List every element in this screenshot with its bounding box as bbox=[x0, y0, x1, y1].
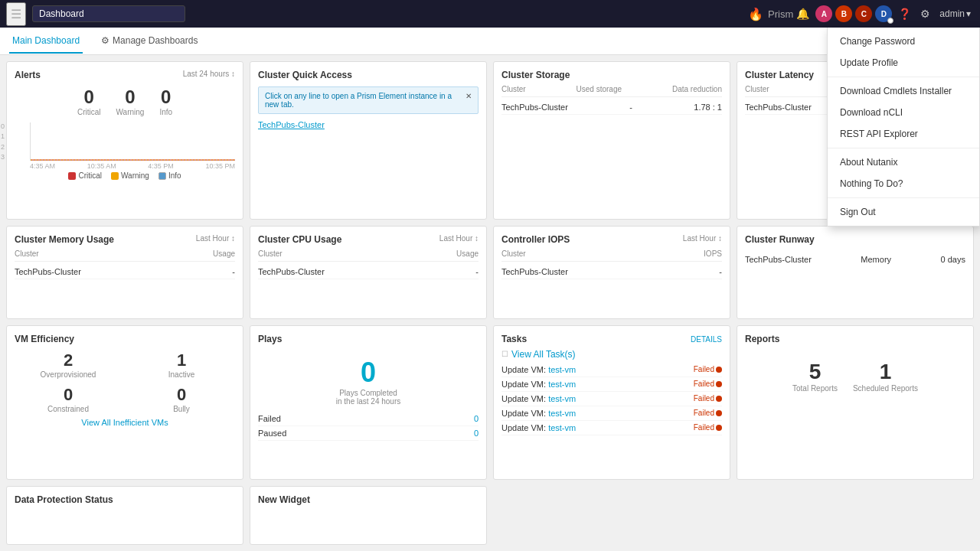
close-icon[interactable]: ✕ bbox=[466, 92, 472, 100]
bell-icon-btn[interactable]: 🔔 bbox=[793, 6, 812, 21]
iops-subtitle: Last Hour ↕ bbox=[683, 234, 722, 243]
task-failed-2: Failed bbox=[694, 380, 722, 388]
task-failed-5: Failed bbox=[694, 423, 722, 432]
task-vm-link-3[interactable]: test-vm bbox=[548, 394, 576, 403]
cluster-cpu-widget: Cluster CPU Usage Last Hour ↕ Cluster Us… bbox=[250, 226, 487, 319]
iops-col-header: Cluster IOPS bbox=[501, 249, 722, 262]
admin-menu-btn[interactable]: admin ▾ bbox=[936, 7, 974, 21]
legend-critical: Critical bbox=[68, 171, 102, 180]
tab-main-dashboard[interactable]: Main Dashboard bbox=[9, 29, 83, 54]
alert-chart-area bbox=[30, 122, 235, 161]
data-protection-widget: Data Protection Status bbox=[6, 486, 243, 545]
view-all-inefficient-vms-link[interactable]: View All Inefficient VMs bbox=[15, 418, 235, 427]
storage-col-header: Cluster Used storage Data reduction bbox=[501, 85, 722, 97]
top-navigation: ☰ 🔥 Prism 🔔 A B C D ❓ ⚙ admin ▾ bbox=[0, 0, 980, 28]
inactive-stat: 1 Inactive bbox=[128, 350, 235, 379]
memory-col-header: Cluster Usage bbox=[15, 249, 235, 262]
cluster-storage-widget: Cluster Storage Cluster Used storage Dat… bbox=[493, 61, 730, 220]
task-vm-link-2[interactable]: test-vm bbox=[548, 380, 576, 389]
iops-row: TechPubs-Cluster - bbox=[501, 265, 722, 279]
prism-label: Prism bbox=[768, 8, 793, 20]
plays-failed-row: Failed 0 bbox=[258, 412, 479, 426]
cpu-col-header: Cluster Usage bbox=[258, 249, 479, 262]
plays-failed-count[interactable]: 0 bbox=[474, 414, 479, 423]
rest-api-explorer-item[interactable]: REST API Explorer bbox=[828, 123, 979, 145]
cluster-runway-widget: Cluster Runway TechPubs-Cluster Memory 0… bbox=[737, 226, 974, 319]
task-row-3: Update VM: test-vm Failed bbox=[501, 392, 722, 406]
user-avatar-4[interactable]: D bbox=[875, 5, 892, 22]
alert-chart: 3210 4:35 AM10:35 AM4:35 PM10:35 PM bbox=[15, 122, 235, 168]
sign-out-item[interactable]: Sign Out bbox=[828, 201, 979, 223]
download-cmdlets-item[interactable]: Download Cmdlets Installer bbox=[828, 80, 979, 102]
task-vm-link-5[interactable]: test-vm bbox=[548, 423, 576, 432]
storage-row: TechPubs-Cluster - 1.78 : 1 bbox=[501, 100, 722, 115]
total-reports-stat: 5 Total Reports bbox=[792, 360, 838, 393]
cpu-subtitle: Last Hour ↕ bbox=[439, 234, 479, 243]
legend-info: Info bbox=[158, 171, 181, 180]
checkbox-icon: ☐ bbox=[501, 350, 508, 358]
admin-dropdown-menu: Change Password Update Profile Download … bbox=[827, 28, 980, 227]
dropdown-section-4: Sign Out bbox=[828, 198, 979, 226]
alert-legend: Critical Warning Info bbox=[15, 171, 235, 180]
task-failed-4: Failed bbox=[694, 409, 722, 417]
chart-labels: 4:35 AM10:35 AM4:35 PM10:35 PM bbox=[30, 162, 235, 170]
manage-dashboards-label: Manage Dashboards bbox=[113, 35, 198, 46]
task-vm-link-1[interactable]: test-vm bbox=[548, 365, 576, 374]
user-avatar-3[interactable]: C bbox=[855, 5, 872, 22]
cluster-latency-title: Cluster Latency bbox=[745, 70, 814, 80]
task-row-1: Update VM: test-vm Failed bbox=[501, 363, 722, 377]
quick-access-title: Cluster Quick Access bbox=[258, 70, 352, 80]
critical-count: 0 Critical bbox=[77, 86, 101, 116]
quick-access-widget: Cluster Quick Access Click on any line t… bbox=[250, 61, 487, 220]
chart-yaxis: 3210 bbox=[1, 122, 5, 161]
memory-row: TechPubs-Cluster - bbox=[15, 265, 235, 279]
task-failed-3: Failed bbox=[694, 394, 722, 403]
controller-iops-widget: Controller IOPS Last Hour ↕ Cluster IOPS… bbox=[493, 226, 730, 319]
quick-access-cluster-link[interactable]: TechPubs-Cluster bbox=[258, 119, 479, 131]
scheduled-reports-stat: 1 Scheduled Reports bbox=[853, 360, 918, 393]
gear-icon: ⚙ bbox=[101, 35, 109, 46]
tab-manage-dashboards[interactable]: ⚙ Manage Dashboards bbox=[98, 29, 201, 54]
dropdown-section-2: Download Cmdlets Installer Download nCLI… bbox=[828, 77, 979, 148]
vm-efficiency-widget: VM Efficiency 2 Overprovisioned 1 Inacti… bbox=[6, 325, 243, 481]
quick-access-banner: Click on any line to open a Prism Elemen… bbox=[258, 86, 479, 114]
settings-icon-btn[interactable]: ⚙ bbox=[917, 6, 933, 21]
tasks-details-link[interactable]: DETAILS bbox=[691, 335, 722, 344]
task-vm-link-4[interactable]: test-vm bbox=[548, 409, 576, 418]
failed-dot-icon-3 bbox=[716, 396, 722, 402]
failed-dot-icon-2 bbox=[716, 381, 722, 387]
constrained-stat: 0 Constrained bbox=[15, 385, 122, 413]
view-all-tasks-link[interactable]: View All Task(s) bbox=[511, 349, 576, 360]
search-input[interactable] bbox=[32, 5, 185, 22]
failed-dot-icon-4 bbox=[716, 410, 722, 416]
overprovisioned-stat: 2 Overprovisioned bbox=[15, 350, 122, 379]
about-nutanix-item[interactable]: About Nutanix bbox=[828, 152, 979, 173]
new-widget-title: New Widget bbox=[258, 494, 310, 505]
warning-count: 0 Warning bbox=[116, 86, 145, 116]
cpu-row: TechPubs-Cluster - bbox=[258, 265, 479, 279]
alerts-widget: Alerts Last 24 hours ↕ 0 Critical 0 Warn… bbox=[6, 61, 243, 220]
help-icon-btn[interactable]: ❓ bbox=[895, 6, 914, 21]
hamburger-menu[interactable]: ☰ bbox=[6, 2, 26, 26]
user-avatar-2[interactable]: B bbox=[835, 5, 852, 22]
data-protection-title: Data Protection Status bbox=[15, 494, 113, 505]
alerts-counts: 0 Critical 0 Warning 0 Info bbox=[15, 86, 235, 116]
task-failed-1: Failed bbox=[694, 365, 722, 373]
admin-label: admin bbox=[939, 8, 965, 19]
runway-title: Cluster Runway bbox=[745, 234, 815, 245]
tasks-widget: Tasks DETAILS ☐ View All Task(s) Update … bbox=[493, 325, 730, 481]
download-ncli-item[interactable]: Download nCLI bbox=[828, 102, 979, 123]
dropdown-section-1: Change Password Update Profile bbox=[828, 28, 979, 77]
memory-title: Cluster Memory Usage bbox=[15, 234, 114, 245]
cluster-storage-title: Cluster Storage bbox=[501, 70, 570, 80]
change-password-item[interactable]: Change Password bbox=[828, 31, 979, 52]
user-avatar-1[interactable]: A bbox=[815, 5, 832, 22]
vm-stats-grid: 2 Overprovisioned 1 Inactive 0 Constrain… bbox=[15, 350, 235, 413]
nav-left: ☰ bbox=[6, 2, 748, 26]
plays-center: 0 Plays Completed in the last 24 hours bbox=[258, 357, 479, 406]
update-profile-item[interactable]: Update Profile bbox=[828, 52, 979, 73]
nothing-to-do-item[interactable]: Nothing To Do? bbox=[828, 173, 979, 194]
reports-title: Reports bbox=[745, 334, 779, 344]
reports-stats: 5 Total Reports 1 Scheduled Reports bbox=[745, 360, 965, 393]
plays-paused-count[interactable]: 0 bbox=[474, 429, 479, 438]
